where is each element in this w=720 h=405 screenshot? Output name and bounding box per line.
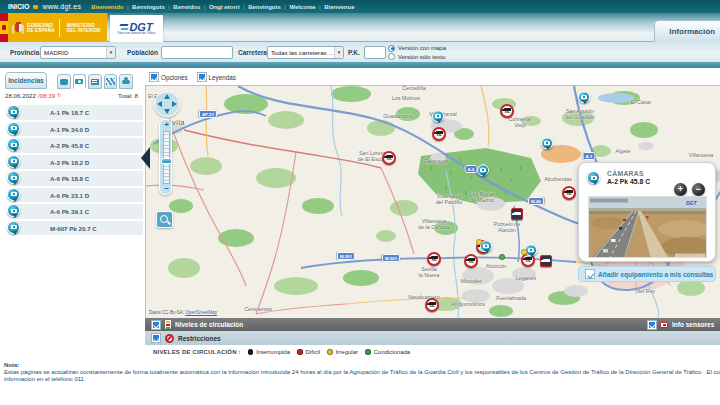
zoom-handle[interactable] (161, 158, 172, 164)
dgt-logo[interactable]: DGT Dirección General de Tráfico (110, 15, 163, 42)
incident-row[interactable]: A-6 Pk 39.1 C (13, 204, 143, 219)
footer-note: Nota: Estas páginas se actualizan consta… (4, 362, 720, 383)
sidebar: Incidencias 28.06.2022 /08:39 ↻ Total: 8… (0, 68, 145, 368)
pan-up-arrow[interactable] (164, 94, 170, 99)
sidebar-collapse-arrow[interactable] (141, 147, 150, 169)
camera-panel: CÁMARAS A-2 Pk 45.8 C + − DGT (578, 162, 716, 262)
map-zoom-slider[interactable]: + − (159, 119, 172, 195)
niveles-bar: Niveles de circulación Info sensores (145, 318, 720, 331)
welcome-word-link[interactable]: Ongi etorri (209, 4, 240, 10)
info-sensores-checkbox[interactable] (648, 321, 656, 329)
camera-zoom-in-button[interactable]: + (674, 183, 687, 196)
pan-down-arrow[interactable] (164, 109, 170, 114)
version-map-label: Versión con mapa (398, 45, 446, 51)
sensor-icon (660, 322, 668, 328)
opciones-checkbox[interactable] (150, 73, 158, 81)
filter-bar: Provincia MADRID▼ Población Carretera To… (0, 42, 720, 62)
add-equipment-bar[interactable]: Añadir equipamiento a mis consultas (578, 266, 716, 282)
separator: | (243, 4, 245, 10)
camera-zoom-out-button[interactable]: − (692, 183, 705, 196)
map-options-row: Opciones Leyendas (150, 73, 246, 81)
niveles-checkbox[interactable] (152, 321, 160, 329)
tab-wind-button[interactable] (104, 74, 118, 89)
top-bar: INICIO www.dgt.es Bienvenido|Benvinguts|… (0, 0, 720, 13)
truck-restriction-marker[interactable]: XXL (464, 254, 478, 268)
incident-row[interactable]: A-6 Pk 23.1 D (13, 188, 143, 203)
truck-icon (468, 258, 475, 261)
dgt-url-link[interactable]: www.dgt.es (42, 3, 81, 10)
magnifier-tool-button[interactable] (156, 211, 173, 228)
zoom-out-button[interactable]: − (160, 184, 173, 194)
camera-marker[interactable] (477, 164, 489, 176)
add-equipment-checkbox[interactable] (586, 270, 594, 278)
provincia-select[interactable]: MADRID▼ (40, 46, 116, 59)
status-dot-marker[interactable] (476, 239, 482, 245)
incident-row[interactable]: A-1 Pk 18.7 C (13, 105, 143, 120)
tab-informacion[interactable]: Información (654, 20, 720, 42)
legend-bar: NIVELES DE CIRCULACIÓN : InterrumpidaDif… (145, 345, 720, 359)
government-logo[interactable]: GOBIERNODE ESPAÑA MINISTERIODEL INTERIOR (8, 13, 107, 42)
truck-restriction-marker[interactable]: XXL (382, 151, 396, 165)
welcome-word-link[interactable]: Welcome (289, 4, 315, 10)
truck-incident-marker[interactable] (540, 255, 552, 267)
incident-label: M-607 Pk 20.7 C (50, 225, 97, 232)
welcome-word-link[interactable]: Benvinguts (248, 4, 281, 10)
tab-incidents-icon-button[interactable] (57, 74, 71, 89)
incident-label: A-6 Pk 18.8 C (50, 175, 89, 182)
separator: | (127, 4, 129, 10)
camera-marker[interactable] (578, 91, 590, 103)
poblacion-input[interactable] (161, 46, 233, 59)
legend-dot (248, 349, 254, 355)
legend-label: Condicionada (374, 349, 411, 355)
legend-item: Difícil (297, 349, 320, 355)
pan-right-arrow[interactable] (172, 101, 177, 107)
incident-row[interactable]: M-607 Pk 20.7 C (13, 221, 143, 236)
zoom-in-button[interactable]: + (160, 120, 173, 130)
incident-label: A-6 Pk 23.1 D (50, 192, 89, 199)
welcome-word-link[interactable]: Bienvenido (91, 4, 123, 10)
carretera-select[interactable]: Todas las carreteras ...▼ (267, 46, 344, 59)
legend-dot (365, 349, 371, 355)
tab-incidencias[interactable]: Incidencias (5, 72, 47, 89)
truck-restriction-marker[interactable]: XXL (427, 252, 441, 266)
incident-row[interactable]: A-1 Pk 34.0 D (13, 122, 143, 137)
incident-row[interactable]: A-3 Pk 18.2 D (13, 155, 143, 170)
footer-line2: información en el teléfono 011 (4, 376, 720, 383)
no-entry-icon (165, 334, 174, 343)
openstreetmap-link[interactable]: OpenStreetMap (185, 310, 217, 315)
legend-dot (327, 349, 333, 355)
camera-marker[interactable] (432, 110, 444, 122)
version-text-radio[interactable] (388, 53, 395, 60)
truck-incident-marker[interactable] (511, 208, 523, 220)
camera-marker[interactable] (541, 137, 553, 149)
pk-input[interactable] (364, 46, 386, 59)
truck-icon (514, 212, 521, 215)
truck-restriction-marker[interactable]: XXL (562, 186, 576, 200)
welcome-word-link[interactable]: Bienvenue (324, 4, 354, 10)
status-dot-marker[interactable] (499, 254, 505, 260)
incident-row[interactable]: A-2 Pk 45.8 C (13, 138, 143, 153)
pan-left-arrow[interactable] (157, 101, 162, 107)
tab-cameras-button[interactable] (73, 74, 87, 89)
dgt-watermark: DGT (686, 200, 698, 206)
inicio-link[interactable]: INICIO (8, 3, 29, 10)
status-dot-marker[interactable] (521, 249, 527, 255)
refresh-icon[interactable]: ↻ (57, 92, 61, 98)
map-pan-control[interactable] (154, 91, 180, 117)
cloud-icon (122, 80, 130, 84)
truck-restriction-marker[interactable]: XXL (500, 104, 514, 118)
tab-panels-button[interactable] (88, 74, 102, 89)
tab-weather-button[interactable] (119, 74, 133, 89)
truck-restriction-marker[interactable]: XXL (432, 127, 446, 141)
truck-restriction-marker[interactable]: XXL (425, 298, 439, 312)
restricciones-checkbox[interactable] (152, 334, 160, 342)
leyendas-checkbox[interactable] (198, 73, 206, 81)
camera-pin-icon (7, 188, 20, 201)
version-map-radio[interactable] (388, 45, 395, 52)
legend-label: Difícil (306, 349, 321, 355)
wind-icon (106, 78, 115, 85)
welcome-word-link[interactable]: Benvinguts (132, 4, 165, 10)
incident-row[interactable]: A-6 Pk 18.8 C (13, 171, 143, 186)
carretera-label: Carretera (238, 49, 267, 56)
welcome-word-link[interactable]: Benvidos (173, 4, 200, 10)
